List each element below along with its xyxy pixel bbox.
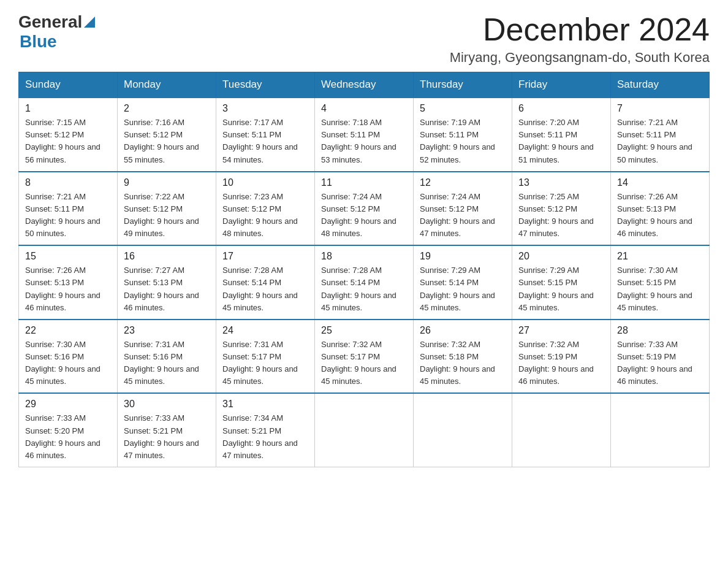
calendar-cell	[512, 393, 611, 467]
day-number: 3	[222, 103, 308, 114]
day-number: 17	[222, 251, 308, 262]
day-number: 26	[420, 325, 506, 336]
day-number: 13	[518, 177, 604, 188]
day-info: Sunrise: 7:25 AMSunset: 5:12 PMDaylight:…	[518, 191, 604, 240]
day-number: 29	[25, 399, 111, 410]
calendar-cell: 26Sunrise: 7:32 AMSunset: 5:18 PMDayligh…	[414, 320, 512, 394]
day-number: 30	[124, 399, 210, 410]
calendar-cell: 19Sunrise: 7:29 AMSunset: 5:14 PMDayligh…	[414, 245, 512, 320]
day-number: 8	[25, 177, 111, 188]
col-monday: Monday	[118, 72, 216, 98]
day-info: Sunrise: 7:33 AMSunset: 5:21 PMDaylight:…	[124, 412, 210, 462]
page-header: General Blue December 2024 Miryang, Gyeo…	[18, 12, 710, 66]
day-info: Sunrise: 7:34 AMSunset: 5:21 PMDaylight:…	[222, 412, 308, 462]
day-number: 18	[321, 251, 407, 262]
calendar-cell: 29Sunrise: 7:33 AMSunset: 5:20 PMDayligh…	[19, 393, 118, 467]
col-saturday: Saturday	[611, 72, 710, 98]
page-title: December 2024	[450, 12, 710, 47]
logo-general-text: General	[18, 12, 82, 32]
day-info: Sunrise: 7:30 AMSunset: 5:15 PMDaylight:…	[617, 264, 703, 314]
day-number: 21	[617, 251, 703, 262]
day-number: 7	[617, 103, 703, 114]
calendar-cell: 11Sunrise: 7:24 AMSunset: 5:12 PMDayligh…	[315, 172, 414, 246]
day-number: 15	[25, 251, 111, 262]
calendar-cell: 28Sunrise: 7:33 AMSunset: 5:19 PMDayligh…	[611, 320, 710, 394]
day-number: 25	[321, 325, 407, 336]
day-number: 10	[222, 177, 308, 188]
day-info: Sunrise: 7:29 AMSunset: 5:15 PMDaylight:…	[518, 264, 604, 314]
day-number: 16	[124, 251, 210, 262]
day-info: Sunrise: 7:22 AMSunset: 5:12 PMDaylight:…	[124, 191, 210, 240]
day-number: 5	[420, 103, 506, 114]
day-number: 12	[420, 177, 506, 188]
title-block: December 2024 Miryang, Gyeongsangnam-do,…	[450, 12, 710, 66]
header-row: Sunday Monday Tuesday Wednesday Thursday…	[19, 72, 710, 98]
day-number: 20	[518, 251, 604, 262]
calendar-cell: 14Sunrise: 7:26 AMSunset: 5:13 PMDayligh…	[611, 172, 710, 246]
day-number: 14	[617, 177, 703, 188]
day-number: 19	[420, 251, 506, 262]
day-number: 22	[25, 325, 111, 336]
day-info: Sunrise: 7:21 AMSunset: 5:11 PMDaylight:…	[617, 117, 703, 166]
day-number: 9	[124, 177, 210, 188]
calendar-cell: 6Sunrise: 7:20 AMSunset: 5:11 PMDaylight…	[512, 98, 611, 172]
calendar-cell: 20Sunrise: 7:29 AMSunset: 5:15 PMDayligh…	[512, 245, 611, 320]
day-number: 11	[321, 177, 407, 188]
calendar-cell: 12Sunrise: 7:24 AMSunset: 5:12 PMDayligh…	[414, 172, 512, 246]
day-info: Sunrise: 7:24 AMSunset: 5:12 PMDaylight:…	[420, 191, 506, 240]
logo-triangle-icon	[84, 14, 95, 30]
day-info: Sunrise: 7:26 AMSunset: 5:13 PMDaylight:…	[617, 191, 703, 240]
day-info: Sunrise: 7:33 AMSunset: 5:20 PMDaylight:…	[25, 412, 111, 462]
day-info: Sunrise: 7:19 AMSunset: 5:11 PMDaylight:…	[420, 117, 506, 166]
calendar-week-row: 15Sunrise: 7:26 AMSunset: 5:13 PMDayligh…	[19, 245, 710, 320]
day-info: Sunrise: 7:32 AMSunset: 5:18 PMDaylight:…	[420, 339, 506, 388]
day-info: Sunrise: 7:17 AMSunset: 5:11 PMDaylight:…	[222, 117, 308, 166]
day-info: Sunrise: 7:31 AMSunset: 5:16 PMDaylight:…	[124, 339, 210, 388]
calendar-week-row: 1Sunrise: 7:15 AMSunset: 5:12 PMDaylight…	[19, 98, 710, 172]
calendar-week-row: 29Sunrise: 7:33 AMSunset: 5:20 PMDayligh…	[19, 393, 710, 467]
calendar-cell: 1Sunrise: 7:15 AMSunset: 5:12 PMDaylight…	[19, 98, 118, 172]
page-wrapper: General Blue December 2024 Miryang, Gyeo…	[18, 12, 710, 467]
day-number: 23	[124, 325, 210, 336]
calendar-cell: 22Sunrise: 7:30 AMSunset: 5:16 PMDayligh…	[19, 320, 118, 394]
calendar-body: 1Sunrise: 7:15 AMSunset: 5:12 PMDaylight…	[19, 98, 710, 467]
day-number: 1	[25, 103, 111, 114]
day-info: Sunrise: 7:16 AMSunset: 5:12 PMDaylight:…	[124, 117, 210, 166]
col-friday: Friday	[512, 72, 611, 98]
day-info: Sunrise: 7:20 AMSunset: 5:11 PMDaylight:…	[518, 117, 604, 166]
calendar-cell: 30Sunrise: 7:33 AMSunset: 5:21 PMDayligh…	[118, 393, 216, 467]
calendar-table: Sunday Monday Tuesday Wednesday Thursday…	[18, 72, 710, 467]
col-sunday: Sunday	[19, 72, 118, 98]
calendar-cell	[414, 393, 512, 467]
calendar-cell: 13Sunrise: 7:25 AMSunset: 5:12 PMDayligh…	[512, 172, 611, 246]
col-thursday: Thursday	[414, 72, 512, 98]
day-info: Sunrise: 7:28 AMSunset: 5:14 PMDaylight:…	[222, 264, 308, 314]
calendar-cell: 2Sunrise: 7:16 AMSunset: 5:12 PMDaylight…	[118, 98, 216, 172]
day-info: Sunrise: 7:28 AMSunset: 5:14 PMDaylight:…	[321, 264, 407, 314]
day-info: Sunrise: 7:32 AMSunset: 5:19 PMDaylight:…	[518, 339, 604, 388]
calendar-cell: 21Sunrise: 7:30 AMSunset: 5:15 PMDayligh…	[611, 245, 710, 320]
calendar-cell: 5Sunrise: 7:19 AMSunset: 5:11 PMDaylight…	[414, 98, 512, 172]
calendar-cell: 3Sunrise: 7:17 AMSunset: 5:11 PMDaylight…	[216, 98, 315, 172]
calendar-header: Sunday Monday Tuesday Wednesday Thursday…	[19, 72, 710, 98]
calendar-cell	[611, 393, 710, 467]
day-info: Sunrise: 7:15 AMSunset: 5:12 PMDaylight:…	[25, 117, 111, 166]
day-info: Sunrise: 7:29 AMSunset: 5:14 PMDaylight:…	[420, 264, 506, 314]
day-info: Sunrise: 7:32 AMSunset: 5:17 PMDaylight:…	[321, 339, 407, 388]
calendar-week-row: 22Sunrise: 7:30 AMSunset: 5:16 PMDayligh…	[19, 320, 710, 394]
day-info: Sunrise: 7:33 AMSunset: 5:19 PMDaylight:…	[617, 339, 703, 388]
day-info: Sunrise: 7:23 AMSunset: 5:12 PMDaylight:…	[222, 191, 308, 240]
day-info: Sunrise: 7:26 AMSunset: 5:13 PMDaylight:…	[25, 264, 111, 314]
calendar-cell	[315, 393, 414, 467]
day-info: Sunrise: 7:30 AMSunset: 5:16 PMDaylight:…	[25, 339, 111, 388]
logo-blue-text: Blue	[20, 32, 57, 51]
col-wednesday: Wednesday	[315, 72, 414, 98]
logo: General Blue	[18, 12, 95, 52]
col-tuesday: Tuesday	[216, 72, 315, 98]
calendar-cell: 16Sunrise: 7:27 AMSunset: 5:13 PMDayligh…	[118, 245, 216, 320]
day-info: Sunrise: 7:31 AMSunset: 5:17 PMDaylight:…	[222, 339, 308, 388]
day-number: 6	[518, 103, 604, 114]
calendar-cell: 23Sunrise: 7:31 AMSunset: 5:16 PMDayligh…	[118, 320, 216, 394]
day-info: Sunrise: 7:24 AMSunset: 5:12 PMDaylight:…	[321, 191, 407, 240]
day-number: 28	[617, 325, 703, 336]
